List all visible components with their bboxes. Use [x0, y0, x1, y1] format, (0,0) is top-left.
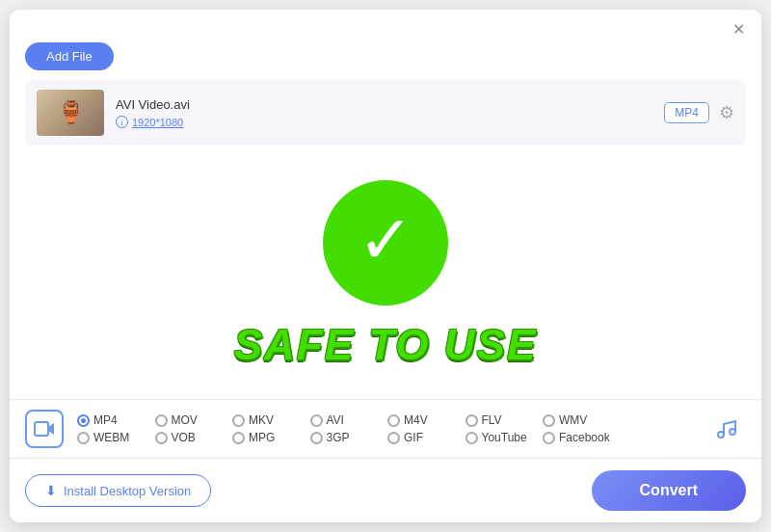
file-info: AVI Video.avi i 1920*1080	[116, 97, 652, 128]
file-item: 🏺 AVI Video.avi i 1920*1080 MP4 ⚙	[25, 80, 746, 146]
radio-gif[interactable]	[387, 432, 400, 444]
radio-wmv[interactable]	[543, 414, 555, 427]
safe-area: ✓ SAFE TO USE	[10, 146, 761, 399]
file-name: AVI Video.avi	[116, 97, 652, 112]
radio-mkv[interactable]	[232, 414, 245, 427]
info-icon[interactable]: i	[116, 116, 128, 128]
main-window: ✕ Add File 🏺 AVI Video.avi i 1920*1080 M…	[10, 10, 761, 522]
install-button[interactable]: ⬇ Install Desktop Version	[25, 474, 211, 507]
audio-format-icon[interactable]	[707, 410, 746, 448]
safe-text: SAFE TO USE	[234, 321, 538, 369]
format-flv[interactable]: FLV	[465, 413, 544, 427]
radio-mp4[interactable]	[77, 414, 90, 427]
svg-rect-0	[35, 422, 48, 436]
format-options: MP4 MOV MKV AVI M4V FLV	[77, 413, 698, 444]
format-mpg[interactable]: MPG	[232, 431, 310, 444]
bottom-bar: ⬇ Install Desktop Version Convert	[10, 458, 761, 522]
radio-facebook[interactable]	[543, 432, 555, 444]
format-webm[interactable]: WEBM	[77, 431, 155, 444]
format-m4v[interactable]: M4V	[387, 413, 465, 427]
format-mov[interactable]: MOV	[155, 413, 233, 427]
radio-vob[interactable]	[155, 432, 168, 444]
thumbnail-image: 🏺	[58, 100, 84, 125]
format-vob[interactable]: VOB	[155, 431, 233, 444]
radio-mpg[interactable]	[232, 432, 245, 444]
close-button[interactable]: ✕	[729, 19, 748, 39]
format-3gp[interactable]: 3GP	[310, 431, 388, 444]
radio-avi[interactable]	[310, 414, 323, 427]
settings-icon[interactable]: ⚙	[719, 102, 734, 123]
format-facebook[interactable]: Facebook	[543, 431, 621, 444]
file-resolution: 1920*1080	[132, 117, 183, 128]
format-avi[interactable]: AVI	[310, 413, 388, 427]
format-bar: MP4 MOV MKV AVI M4V FLV	[10, 399, 761, 458]
download-icon: ⬇	[45, 483, 57, 498]
toolbar: Add File	[10, 42, 761, 80]
radio-webm[interactable]	[77, 432, 90, 444]
radio-3gp[interactable]	[310, 432, 323, 444]
convert-button[interactable]: Convert	[592, 470, 746, 511]
format-mkv[interactable]: MKV	[232, 413, 310, 427]
radio-mov[interactable]	[155, 414, 168, 427]
check-circle: ✓	[323, 180, 448, 306]
check-mark-icon: ✓	[358, 206, 414, 274]
format-mp4[interactable]: MP4	[77, 413, 155, 427]
format-badge[interactable]: MP4	[664, 102, 709, 123]
format-gif[interactable]: GIF	[387, 431, 465, 444]
file-actions: MP4 ⚙	[664, 102, 734, 123]
radio-m4v[interactable]	[387, 414, 400, 427]
title-bar: ✕	[10, 10, 761, 42]
radio-flv[interactable]	[465, 414, 478, 427]
radio-youtube[interactable]	[465, 432, 478, 444]
format-youtube[interactable]: YouTube	[465, 431, 544, 444]
file-meta: i 1920*1080	[116, 116, 652, 128]
file-thumbnail: 🏺	[37, 90, 104, 136]
install-label: Install Desktop Version	[64, 484, 191, 498]
format-wmv[interactable]: WMV	[543, 413, 621, 427]
video-format-icon[interactable]	[25, 410, 64, 448]
add-file-button[interactable]: Add File	[25, 42, 114, 70]
